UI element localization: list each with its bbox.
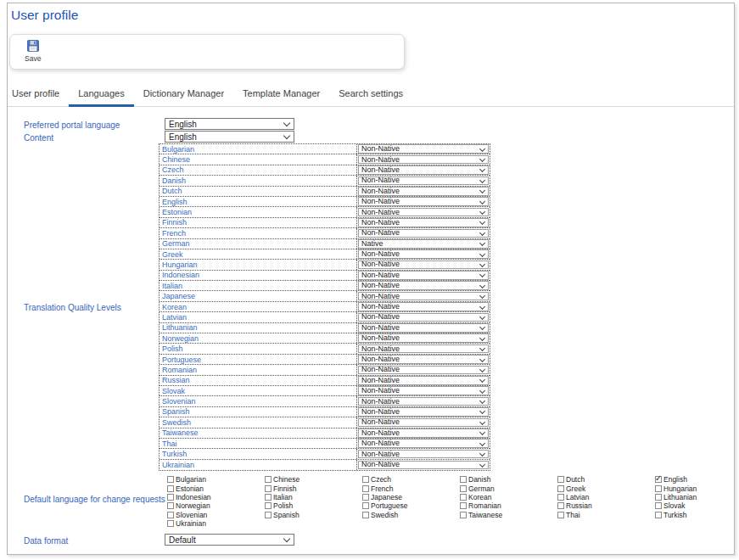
checkbox-box[interactable]: ✓ xyxy=(655,476,662,483)
quality-level-select-finnish[interactable]: Non-Native xyxy=(358,218,489,227)
preferred-portal-language-select[interactable]: English xyxy=(165,118,294,130)
checkbox-box[interactable] xyxy=(655,512,662,518)
quality-level-select-danish[interactable]: Non-Native xyxy=(358,176,489,186)
quality-level-select-turkish[interactable]: Non-Native xyxy=(358,450,489,459)
quality-level-select-romanian[interactable]: Non-Native xyxy=(358,366,489,375)
language-link-hungarian[interactable]: Hungarian xyxy=(162,260,198,269)
language-link-slovenian[interactable]: Slovenian xyxy=(162,397,196,406)
quality-level-select-french[interactable]: Non-Native xyxy=(358,229,489,238)
quality-level-select-chinese[interactable]: Non-Native xyxy=(358,155,489,165)
checkbox-box[interactable] xyxy=(460,512,467,518)
quality-level-select-czech[interactable]: Non-Native xyxy=(358,165,489,175)
quality-level-select-bulgarian[interactable]: Non-Native xyxy=(358,144,489,154)
tab-languages[interactable]: Languages xyxy=(69,83,133,107)
quality-level-select-lithuanian[interactable]: Non-Native xyxy=(358,323,489,333)
checkbox-box[interactable] xyxy=(265,502,272,509)
checkbox-box[interactable] xyxy=(167,512,174,518)
checkbox-box[interactable] xyxy=(167,494,174,501)
language-link-dutch[interactable]: Dutch xyxy=(162,187,182,195)
checkbox-bulgarian[interactable]: Bulgarian xyxy=(167,475,265,484)
checkbox-box[interactable] xyxy=(460,476,467,483)
checkbox-box[interactable] xyxy=(167,520,174,527)
checkbox-hungarian[interactable]: Hungarian xyxy=(655,484,735,493)
checkbox-french[interactable]: French xyxy=(362,484,460,493)
language-link-italian[interactable]: Italian xyxy=(162,282,182,290)
language-link-russian[interactable]: Russian xyxy=(162,376,190,384)
checkbox-box[interactable] xyxy=(460,494,467,501)
checkbox-box[interactable] xyxy=(460,502,467,509)
language-link-french[interactable]: French xyxy=(162,229,186,238)
language-link-czech[interactable]: Czech xyxy=(162,165,184,174)
checkbox-box[interactable] xyxy=(167,485,174,492)
language-link-romanian[interactable]: Romanian xyxy=(162,366,197,374)
language-link-thai[interactable]: Thai xyxy=(162,440,177,448)
tab-search-settings[interactable]: Search settings xyxy=(329,83,412,107)
checkbox-greek[interactable]: Greek xyxy=(557,484,655,493)
checkbox-indonesian[interactable]: Indonesian xyxy=(167,493,265,501)
language-link-danish[interactable]: Danish xyxy=(162,176,186,185)
tab-dictionary-manager[interactable]: Dictionary Manager xyxy=(134,83,233,107)
language-link-korean[interactable]: Korean xyxy=(162,303,187,311)
checkbox-box[interactable] xyxy=(362,512,369,518)
quality-level-select-slovenian[interactable]: Non-Native xyxy=(358,397,489,406)
checkbox-box[interactable] xyxy=(655,502,662,509)
language-link-spanish[interactable]: Spanish xyxy=(162,407,190,416)
checkbox-box[interactable] xyxy=(557,512,564,518)
language-link-german[interactable]: German xyxy=(162,239,190,248)
checkbox-english[interactable]: ✓English xyxy=(655,475,735,484)
quality-level-select-thai[interactable]: Non-Native xyxy=(358,439,489,448)
language-link-turkish[interactable]: Turkish xyxy=(162,450,187,458)
quality-level-select-portuguese[interactable]: Non-Native xyxy=(358,355,489,364)
language-link-swedish[interactable]: Swedish xyxy=(162,418,191,427)
checkbox-portuguese[interactable]: Portuguese xyxy=(362,501,460,510)
checkbox-spanish[interactable]: Spanish xyxy=(265,511,362,519)
checkbox-box[interactable] xyxy=(655,494,662,501)
checkbox-box[interactable] xyxy=(460,485,467,492)
checkbox-czech[interactable]: Czech xyxy=(362,475,460,484)
checkbox-chinese[interactable]: Chinese xyxy=(265,475,362,484)
checkbox-lithuanian[interactable]: Lithuanian xyxy=(655,493,735,501)
quality-level-select-greek[interactable]: Non-Native xyxy=(358,249,489,259)
checkbox-box[interactable] xyxy=(362,502,369,509)
language-link-english[interactable]: English xyxy=(162,198,188,206)
content-language-select[interactable]: English xyxy=(165,131,294,143)
checkbox-box[interactable] xyxy=(557,502,564,509)
quality-level-select-japanese[interactable]: Non-Native xyxy=(358,292,489,301)
language-link-taiwanese[interactable]: Taiwanese xyxy=(162,428,199,437)
checkbox-taiwanese[interactable]: Taiwanese xyxy=(460,511,557,519)
checkbox-box[interactable] xyxy=(265,485,272,492)
checkbox-box[interactable] xyxy=(167,502,174,509)
checkbox-korean[interactable]: Korean xyxy=(460,493,557,501)
checkbox-box[interactable] xyxy=(362,494,369,501)
checkbox-polish[interactable]: Polish xyxy=(265,501,362,510)
quality-level-select-polish[interactable]: Non-Native xyxy=(358,344,489,354)
quality-level-select-korean[interactable]: Non-Native xyxy=(358,302,489,311)
language-link-lithuanian[interactable]: Lithuanian xyxy=(162,323,198,332)
language-link-japanese[interactable]: Japanese xyxy=(162,292,195,300)
quality-level-select-taiwanese[interactable]: Non-Native xyxy=(358,428,489,438)
language-link-bulgarian[interactable]: Bulgarian xyxy=(162,145,194,154)
quality-level-select-spanish[interactable]: Non-Native xyxy=(358,407,489,417)
language-link-greek[interactable]: Greek xyxy=(162,250,183,259)
tab-template-manager[interactable]: Template Manager xyxy=(233,83,329,107)
checkbox-box[interactable] xyxy=(557,494,564,501)
language-link-ukrainian[interactable]: Ukrainian xyxy=(162,461,194,469)
checkbox-box[interactable] xyxy=(265,476,272,483)
quality-level-select-hungarian[interactable]: Non-Native xyxy=(358,260,489,270)
quality-level-select-indonesian[interactable]: Non-Native xyxy=(358,271,489,280)
checkbox-japanese[interactable]: Japanese xyxy=(362,493,460,501)
quality-level-select-norwegian[interactable]: Non-Native xyxy=(358,333,489,343)
tab-user-profile[interactable]: User profile xyxy=(9,83,69,107)
checkbox-finnish[interactable]: Finnish xyxy=(265,484,362,493)
quality-level-select-italian[interactable]: Non-Native xyxy=(358,281,489,290)
quality-level-select-latvian[interactable]: Non-Native xyxy=(358,313,489,322)
save-button[interactable]: Save xyxy=(16,35,49,69)
checkbox-danish[interactable]: Danish xyxy=(460,475,557,484)
language-link-portuguese[interactable]: Portuguese xyxy=(162,356,201,364)
checkbox-ukrainian[interactable]: Ukrainian xyxy=(167,519,265,528)
checkbox-slovak[interactable]: Slovak xyxy=(655,501,735,510)
checkbox-box[interactable] xyxy=(265,512,272,518)
checkbox-turkish[interactable]: Turkish xyxy=(655,511,735,519)
checkbox-box[interactable] xyxy=(557,476,564,483)
language-link-latvian[interactable]: Latvian xyxy=(162,313,187,322)
